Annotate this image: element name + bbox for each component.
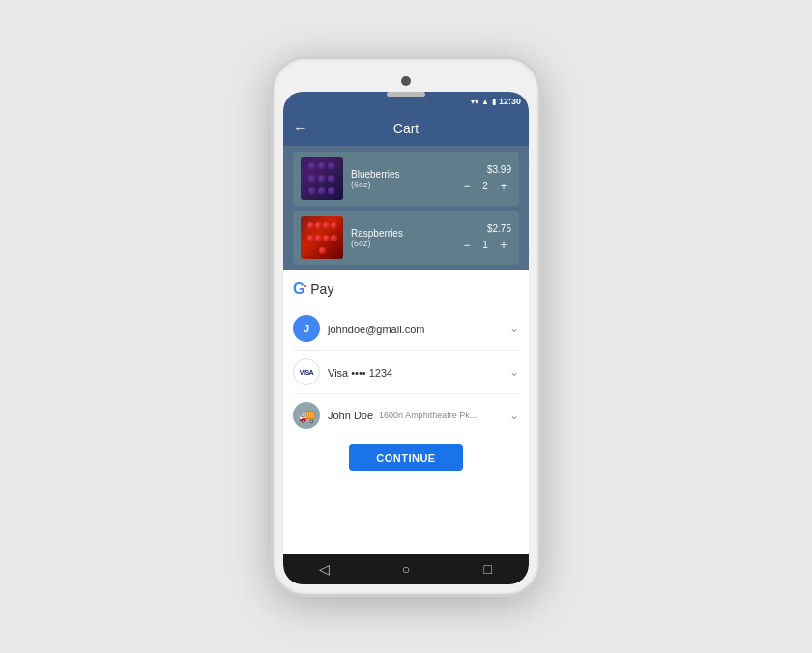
- back-button[interactable]: ←: [293, 120, 308, 137]
- raspberries-image: [301, 216, 343, 259]
- status-time: 12:30: [499, 97, 521, 106]
- payment-content: Visa •••• 1234: [328, 363, 509, 381]
- app-bar: ← Cart: [283, 111, 529, 146]
- blueberries-image: [301, 157, 343, 200]
- raspberries-increase-button[interactable]: +: [496, 238, 511, 253]
- raspberries-info: Raspberries (6oz): [351, 228, 459, 248]
- cart-item-blueberries: Blueberries (6oz) $3.99 − 2 +: [293, 152, 519, 206]
- blueberries-price: $3.99: [487, 164, 511, 175]
- raspberries-price: $2.75: [487, 223, 511, 234]
- continue-button[interactable]: CONTINUE: [349, 444, 462, 471]
- signal-icon: ▲: [481, 98, 489, 106]
- shipping-row[interactable]: 🚚 John Doe 1600n Amphitheatre Pk... ⌄: [293, 394, 519, 437]
- blueberries-controls: $3.99 − 2 +: [459, 164, 511, 194]
- email-avatar: J: [293, 315, 320, 342]
- back-nav-button[interactable]: ◁: [309, 557, 338, 581]
- battery-icon: ▮: [492, 98, 496, 106]
- home-nav-button[interactable]: ○: [392, 557, 420, 581]
- email-content: johndoe@gmail.com: [328, 320, 509, 337]
- truck-icon: 🚚: [299, 408, 315, 423]
- blueberries-increase-button[interactable]: +: [496, 179, 511, 194]
- shipping-address: 1600n Amphitheatre Pk...: [379, 411, 477, 420]
- app-bar-title: Cart: [393, 121, 419, 136]
- blueberries-qty-controls: − 2 +: [459, 179, 511, 194]
- nav-bar: ◁ ○ □: [283, 554, 529, 584]
- phone-screen: ▾▾ ▲ ▮ 12:30 ← Cart: [283, 92, 529, 584]
- g-logo: G•: [293, 280, 306, 298]
- blueberries-quantity: 2: [480, 181, 490, 191]
- blueberries-info: Blueberries (6oz): [351, 169, 459, 189]
- raspberries-qty-controls: − 1 +: [459, 238, 511, 253]
- email-value: johndoe@gmail.com: [328, 324, 424, 335]
- blueberries-size: (6oz): [351, 180, 459, 189]
- gpay-logo: G• Pay: [293, 280, 519, 298]
- visa-icon: VISA: [293, 358, 320, 385]
- raspberries-decrease-button[interactable]: −: [459, 238, 475, 253]
- recent-nav-button[interactable]: □: [474, 557, 503, 581]
- blueberries-name: Blueberries: [351, 169, 459, 180]
- cart-item-raspberries: Raspberries (6oz) $2.75 − 1 +: [293, 211, 519, 265]
- payment-chevron-icon: ⌄: [509, 365, 519, 379]
- raspberries-controls: $2.75 − 1 +: [459, 223, 511, 253]
- pay-label: Pay: [310, 281, 334, 297]
- cart-section: Blueberries (6oz) $3.99 − 2 +: [283, 146, 529, 270]
- shipping-icon: 🚚: [293, 402, 320, 429]
- shipping-name: John Doe: [328, 410, 373, 421]
- raspberries-quantity: 1: [480, 240, 490, 250]
- email-row[interactable]: J johndoe@gmail.com ⌄: [293, 307, 519, 351]
- phone-speaker: [387, 92, 425, 97]
- email-chevron-icon: ⌄: [509, 322, 519, 335]
- shipping-content: John Doe 1600n Amphitheatre Pk...: [328, 410, 509, 421]
- phone-frame: ▾▾ ▲ ▮ 12:30 ← Cart: [271, 56, 541, 597]
- blueberries-decrease-button[interactable]: −: [459, 179, 475, 194]
- payment-row[interactable]: VISA Visa •••• 1234 ⌄: [293, 351, 519, 394]
- raspberries-size: (6oz): [351, 239, 459, 248]
- wifi-icon: ▾▾: [471, 98, 478, 106]
- raspberries-name: Raspberries: [351, 228, 459, 239]
- shipping-chevron-icon: ⌄: [509, 409, 519, 422]
- gpay-section: G• Pay J johndoe@gmail.com ⌄ VISA: [283, 270, 529, 554]
- card-label: Visa •••• 1234: [328, 367, 392, 379]
- phone-camera: [401, 76, 411, 86]
